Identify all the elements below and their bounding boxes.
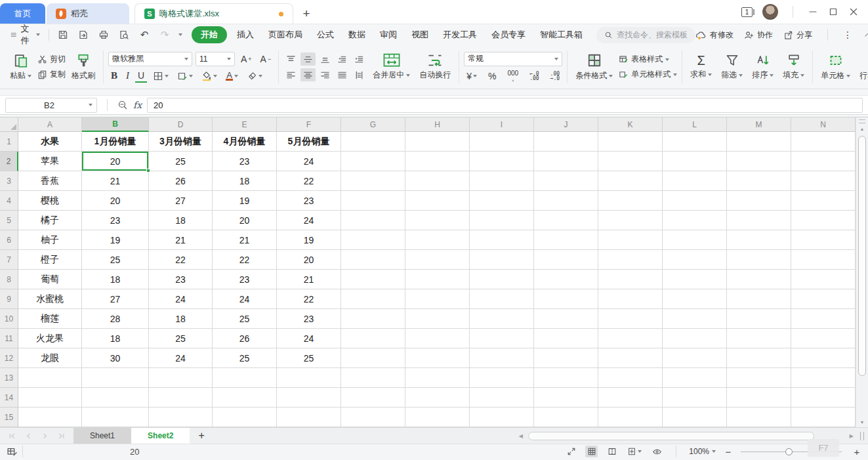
cell-K6[interactable] [598, 230, 663, 250]
cell-B12[interactable]: 30 [82, 348, 149, 368]
cell-K4[interactable] [598, 191, 663, 211]
cell-M12[interactable] [727, 348, 791, 368]
cell-L11[interactable] [663, 329, 727, 348]
ribbon-tab-dev-tools[interactable]: 开发工具 [436, 26, 484, 43]
cell-K9[interactable] [598, 289, 663, 309]
percent-button[interactable]: % [486, 70, 499, 83]
cell-H7[interactable] [405, 250, 470, 270]
cell-D15[interactable] [149, 408, 213, 427]
split-handle[interactable] [859, 119, 865, 123]
cell-H6[interactable] [405, 230, 470, 250]
scroll-down-arrow[interactable]: ▼ [856, 420, 868, 425]
cell-K3[interactable] [598, 171, 663, 191]
cell-M4[interactable] [727, 191, 791, 211]
increase-font-button[interactable]: A+ [238, 52, 255, 66]
cell-E11[interactable]: 26 [213, 329, 277, 348]
cell-H12[interactable] [405, 348, 470, 368]
copy-button[interactable]: 复制 [37, 69, 66, 80]
cell-M2[interactable] [727, 152, 791, 171]
cell-E9[interactable]: 24 [213, 289, 277, 309]
borders-button[interactable] [150, 70, 171, 83]
cell-H2[interactable] [405, 152, 470, 171]
cell-M3[interactable] [727, 171, 791, 191]
ribbon-tab-member[interactable]: 会员专享 [484, 26, 533, 43]
cell-A9[interactable]: 水蜜桃 [18, 289, 82, 309]
command-search-box[interactable]: 查找命令、搜索模板 [596, 27, 695, 43]
cell-L3[interactable] [663, 171, 727, 191]
cell-L14[interactable] [663, 388, 727, 408]
cell-F14[interactable] [277, 388, 341, 408]
cell-K5[interactable] [598, 211, 663, 230]
col-header-F[interactable]: F [277, 117, 341, 132]
row-header-5[interactable]: 5 [0, 211, 18, 230]
cell-N5[interactable] [791, 211, 856, 230]
ribbon-tab-home[interactable]: 开始 [192, 26, 227, 43]
col-header-H[interactable]: H [405, 117, 470, 132]
cell-D6[interactable]: 21 [149, 230, 213, 250]
cell-E7[interactable]: 22 [213, 250, 277, 270]
cell-A7[interactable]: 橙子 [18, 250, 82, 270]
increase-indent-button[interactable] [352, 52, 367, 66]
cell-F2[interactable]: 24 [277, 152, 341, 171]
cell-I6[interactable] [470, 230, 534, 250]
horizontal-scroll-thumb[interactable] [528, 432, 814, 440]
cell-D5[interactable]: 18 [149, 211, 213, 230]
cell-N10[interactable] [791, 309, 856, 329]
reading-mode-icon[interactable] [651, 446, 663, 457]
cell-M7[interactable] [727, 250, 791, 270]
cell-J13[interactable] [534, 368, 598, 388]
justify-button[interactable] [335, 68, 350, 81]
cell-I12[interactable] [470, 348, 534, 368]
cell-J15[interactable] [534, 408, 598, 427]
cell-M11[interactable] [727, 329, 791, 348]
cell-L2[interactable] [663, 152, 727, 171]
cell-J10[interactable] [534, 309, 598, 329]
tab-docer[interactable]: 稻壳 [47, 3, 129, 24]
cell-J3[interactable] [534, 171, 598, 191]
cell-G11[interactable] [341, 329, 405, 348]
window-count-icon[interactable]: 1 [741, 7, 753, 17]
col-header-K[interactable]: K [598, 117, 663, 132]
cell-I1[interactable] [470, 132, 534, 152]
cell-G15[interactable] [341, 408, 405, 427]
cell-H13[interactable] [405, 368, 470, 388]
print-button[interactable] [97, 28, 110, 41]
prev-sheet-button[interactable] [24, 432, 33, 440]
new-tab-button[interactable]: + [293, 3, 320, 24]
row-header-12[interactable]: 12 [0, 348, 18, 368]
cell-B15[interactable] [82, 408, 149, 427]
cell-L8[interactable] [663, 270, 727, 289]
align-bottom-button[interactable] [318, 52, 333, 66]
clear-format-button[interactable] [244, 70, 265, 83]
cell-B6[interactable]: 19 [82, 230, 149, 250]
cell-L6[interactable] [663, 230, 727, 250]
align-top-button[interactable] [283, 52, 299, 66]
cell-G14[interactable] [341, 388, 405, 408]
first-sheet-button[interactable] [8, 432, 16, 440]
font-color-button[interactable]: A [223, 70, 241, 83]
align-left-button[interactable] [283, 68, 299, 81]
cell-H4[interactable] [405, 191, 470, 211]
cell-D11[interactable]: 25 [149, 329, 213, 348]
fullscreen-icon[interactable] [565, 446, 577, 457]
select-all-corner[interactable] [0, 117, 18, 132]
maximize-button[interactable] [828, 7, 838, 17]
row-header-9[interactable]: 9 [0, 289, 18, 309]
cell-L5[interactable] [663, 211, 727, 230]
cell-A14[interactable] [18, 388, 82, 408]
ribbon-tab-page-layout[interactable]: 页面布局 [261, 26, 310, 43]
col-header-A[interactable]: A [18, 117, 82, 132]
last-sheet-button[interactable] [57, 432, 66, 440]
cell-N4[interactable] [791, 191, 856, 211]
cell-G3[interactable] [341, 171, 405, 191]
merge-center-button[interactable]: 合并居中 [369, 52, 413, 81]
cell-M15[interactable] [727, 408, 791, 427]
conditional-format-button[interactable]: 条件格式 [572, 52, 616, 82]
col-header-I[interactable]: I [470, 117, 534, 132]
collaborate-button[interactable]: 协作 [744, 30, 773, 41]
font-name-combo[interactable]: 微软雅黑 [108, 52, 192, 66]
cell-E6[interactable]: 21 [213, 230, 277, 250]
font-size-combo[interactable]: 11 [196, 52, 235, 66]
cell-K8[interactable] [598, 270, 663, 289]
cell-B2[interactable]: 20 [82, 152, 149, 171]
